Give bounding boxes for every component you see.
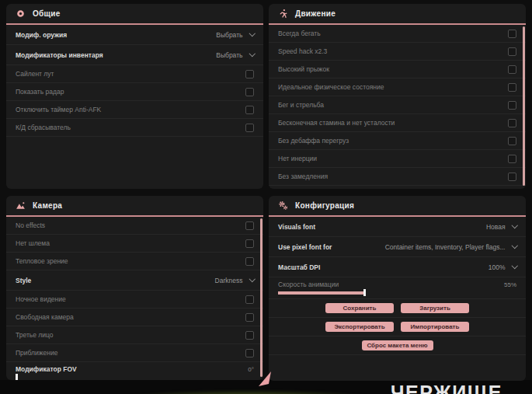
- dropdown-value: Выбрать: [216, 51, 242, 59]
- panel-title: Камера: [33, 201, 62, 210]
- high-jump-checkbox[interactable]: [508, 65, 516, 74]
- chevron-down-icon: [249, 276, 255, 282]
- panel-general-header[interactable]: Общие: [6, 4, 263, 23]
- load-button[interactable]: Загрузить: [401, 303, 469, 313]
- row-style: Style Darkness: [6, 270, 263, 291]
- inventory-mods-dropdown[interactable]: Выбрать: [216, 51, 254, 59]
- background-watermark-text: ЧЕРЖИЩЕ: [391, 382, 502, 394]
- chevron-down-icon: [249, 51, 255, 57]
- night-vision-checkbox[interactable]: [245, 295, 254, 304]
- row-label: Третье лицо: [16, 331, 54, 339]
- save-button[interactable]: Сохранить: [325, 303, 394, 313]
- image-mountain-icon: [16, 200, 26, 211]
- style-dropdown[interactable]: Darkness: [215, 277, 254, 284]
- row-label: Без замедления: [278, 173, 328, 180]
- row-label: Без дебаффа перегруз: [278, 137, 349, 145]
- row-third-person: Третье лицо: [6, 326, 263, 344]
- row-pixel-font: Use pixel font for Container items, Inve…: [269, 237, 526, 257]
- row-label: Свободная камера: [16, 313, 74, 321]
- dpi-scale-dropdown[interactable]: 100%: [489, 263, 516, 271]
- row-zoom: Приближение: [6, 344, 263, 362]
- row-always-run: Всегда бегать: [269, 25, 526, 43]
- chevron-down-icon: [511, 242, 517, 249]
- row-label: Сайлент лут: [16, 70, 54, 78]
- row-inventory-mods: Модификаторы инвентаря Выбрать: [6, 45, 263, 65]
- row-dpi-scale: Масштаб DPI 100%: [269, 257, 526, 277]
- panel-title: Движение: [295, 9, 336, 18]
- flower-icon: [16, 9, 26, 19]
- dropdown-value: Выбрать: [216, 31, 242, 39]
- row-show-radar: Показать радар: [6, 83, 263, 101]
- row-label: Приближение: [16, 349, 57, 357]
- zoom-checkbox[interactable]: [245, 349, 254, 357]
- perfect-condition-checkbox[interactable]: [508, 83, 516, 92]
- third-person-checkbox[interactable]: [245, 331, 254, 340]
- panel-camera-header[interactable]: Камера: [6, 196, 263, 215]
- pixel-font-dropdown[interactable]: Container items, Inventory, Player flags…: [385, 243, 516, 251]
- no-overload-debuff-checkbox[interactable]: [508, 137, 516, 145]
- always-run-checkbox[interactable]: [508, 30, 516, 38]
- movement-scrollbar[interactable]: [523, 26, 525, 186]
- silent-loot-checkbox[interactable]: [245, 70, 254, 78]
- no-slowdown-checkbox[interactable]: [508, 173, 516, 181]
- panel-camera: Камера No effects Нет шлема Тепловое зре…: [6, 196, 263, 380]
- export-button[interactable]: Экспортировать: [325, 322, 394, 332]
- button-row-export-import: Экспортировать Импортировать: [269, 318, 526, 336]
- slider-thumb[interactable]: [16, 374, 18, 380]
- import-button[interactable]: Импортировать: [401, 322, 469, 332]
- dropdown-value: 100%: [489, 263, 506, 271]
- button-row-reset: Сброс макета меню: [269, 336, 526, 355]
- animation-speed-value: 55%: [504, 281, 516, 288]
- show-radar-checkbox[interactable]: [245, 88, 254, 96]
- slider-fill: [278, 291, 363, 295]
- mouse-cursor-icon: [258, 371, 272, 391]
- row-no-helmet: Нет шлема: [6, 235, 263, 253]
- run-and-shoot-checkbox[interactable]: [508, 101, 516, 110]
- speed-hack-checkbox[interactable]: [508, 47, 516, 56]
- row-label: Идеальное физическое состояние: [278, 83, 384, 91]
- row-label: Style: [16, 277, 31, 284]
- free-camera-checkbox[interactable]: [245, 313, 254, 322]
- animation-speed-slider[interactable]: [278, 291, 433, 295]
- fov-slider[interactable]: [16, 375, 124, 379]
- row-label: Модификатор FOV: [16, 365, 77, 373]
- row-high-jump: Высокий прыжок: [269, 61, 526, 78]
- slider-thumb[interactable]: [363, 289, 366, 296]
- row-run-and-shoot: Бег и стрельба: [269, 96, 526, 114]
- chevron-down-icon: [249, 30, 255, 37]
- gears-icon: [278, 200, 288, 211]
- row-label: Нет шлема: [16, 239, 50, 247]
- row-label: Масштаб DPI: [278, 263, 320, 271]
- panel-title: Конфигурация: [295, 201, 354, 210]
- game-scene-glow: [85, 387, 412, 394]
- dropdown-value: Darkness: [215, 277, 243, 284]
- row-speed-hack: Speed hack x2.3: [269, 43, 526, 61]
- row-label: Отключить таймер Anti-AFK: [16, 106, 101, 113]
- no-helmet-checkbox[interactable]: [245, 239, 254, 248]
- row-fov-modifier: Модификатор FOV 0°: [6, 362, 263, 380]
- row-label: No effects: [16, 221, 45, 229]
- row-no-overload-debuff: Без дебаффа перегруз: [269, 132, 526, 150]
- panel-movement-header[interactable]: Движение: [269, 4, 526, 23]
- button-row-save-load: Сохранить Загрузить: [269, 299, 526, 318]
- row-weapon-mods: Модиф. оружия Выбрать: [6, 25, 263, 45]
- row-animation-speed: Скорость анимации 55%: [269, 277, 526, 299]
- visuals-font-dropdown[interactable]: Новая: [486, 223, 516, 231]
- infinite-stamina-checkbox[interactable]: [508, 119, 516, 127]
- row-label: Скорость анимации: [278, 281, 339, 288]
- row-cooldown-reset: К/Д сбрасыватель: [6, 119, 263, 137]
- no-inertia-checkbox[interactable]: [508, 155, 516, 163]
- reset-menu-layout-button[interactable]: Сброс макета меню: [362, 340, 433, 350]
- thermal-vision-checkbox[interactable]: [245, 257, 254, 266]
- anti-afk-checkbox[interactable]: [245, 106, 254, 114]
- row-infinite-stamina: Бесконечная стамина и нет усталости: [269, 114, 526, 132]
- cooldown-reset-checkbox[interactable]: [245, 124, 254, 132]
- row-label: Ночное видение: [16, 295, 66, 303]
- no-effects-checkbox[interactable]: [245, 221, 254, 230]
- camera-scrollbar[interactable]: [260, 218, 263, 377]
- row-label: Модиф. оружия: [16, 31, 67, 39]
- row-free-camera: Свободная камера: [6, 309, 263, 326]
- weapon-mods-dropdown[interactable]: Выбрать: [216, 31, 254, 39]
- panel-config-header[interactable]: Конфигурация: [269, 196, 526, 215]
- row-label: Всегда бегать: [278, 30, 321, 37]
